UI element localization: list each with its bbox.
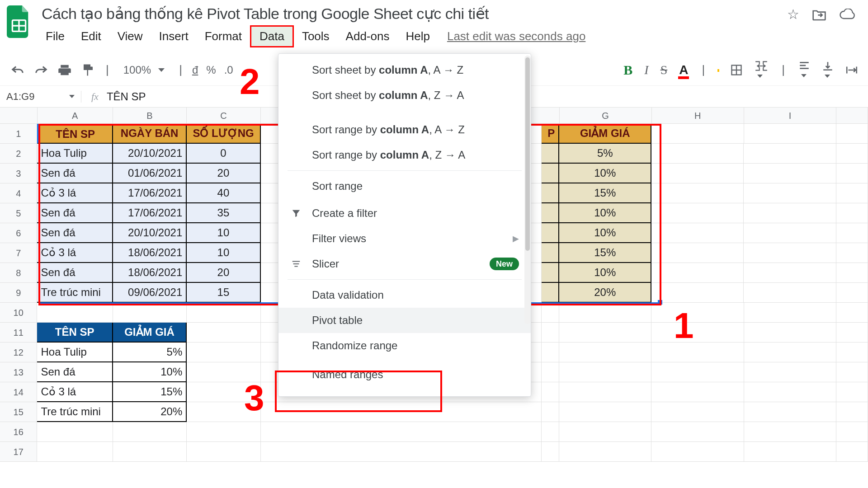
cell[interactable] xyxy=(559,323,651,343)
cell[interactable]: 15 xyxy=(187,283,260,303)
cell[interactable] xyxy=(559,343,651,362)
cell[interactable] xyxy=(651,263,744,283)
cell[interactable]: 15% xyxy=(559,243,651,263)
cell[interactable] xyxy=(836,144,868,164)
row-header[interactable]: 9 xyxy=(0,283,37,303)
menu-insert[interactable]: Insert xyxy=(151,27,197,46)
row-header[interactable]: 14 xyxy=(0,382,37,402)
cell[interactable]: 20 xyxy=(187,164,260,183)
menu-addons[interactable]: Add-ons xyxy=(338,27,398,46)
cell[interactable]: 5% xyxy=(559,144,651,164)
col-header-B[interactable]: B xyxy=(113,108,187,124)
cell[interactable] xyxy=(37,422,113,442)
cell[interactable] xyxy=(836,183,868,203)
cell[interactable] xyxy=(651,144,744,164)
cell[interactable]: 40 xyxy=(187,183,260,203)
col-header-I[interactable]: I xyxy=(744,108,836,124)
row-header[interactable]: 2 xyxy=(0,144,37,164)
cell[interactable] xyxy=(744,442,836,462)
cell[interactable] xyxy=(744,303,836,323)
cell[interactable]: 10 xyxy=(187,243,260,263)
italic-button[interactable]: I xyxy=(644,63,648,77)
cell[interactable] xyxy=(651,303,744,323)
cell[interactable] xyxy=(187,303,260,323)
paint-format-icon[interactable] xyxy=(80,62,96,78)
currency-button[interactable]: đ xyxy=(192,64,198,76)
cell[interactable]: 20% xyxy=(113,402,187,422)
cell[interactable]: SỐ LƯỢNG xyxy=(187,124,260,144)
cell[interactable]: 17/06/2021 xyxy=(113,183,187,203)
cell[interactable]: Sen đá xyxy=(37,362,113,382)
mi-sort-range[interactable]: Sort range xyxy=(278,174,531,199)
cell[interactable] xyxy=(651,223,744,243)
mi-randomize-range[interactable]: Randomize range xyxy=(278,333,531,358)
cell[interactable]: Tre trúc mini xyxy=(37,283,113,303)
cell[interactable] xyxy=(836,243,868,263)
decrease-decimal-button[interactable]: .0 xyxy=(224,64,233,76)
cell[interactable] xyxy=(744,343,836,362)
cell[interactable]: Tre trúc mini xyxy=(37,402,113,422)
cell[interactable] xyxy=(836,283,868,303)
document-title[interactable]: Cách tạo bảng thống kê Pivot Table trong… xyxy=(42,5,787,23)
cell[interactable] xyxy=(542,343,559,362)
col-header-A[interactable]: A xyxy=(38,108,113,124)
row-header[interactable]: 15 xyxy=(0,402,37,422)
cell[interactable] xyxy=(836,164,868,183)
cell[interactable]: 09/06/2021 xyxy=(113,283,187,303)
menu-format[interactable]: Format xyxy=(197,27,250,46)
cell[interactable]: 10% xyxy=(559,203,651,223)
cell[interactable] xyxy=(542,382,559,402)
cell[interactable] xyxy=(187,323,260,343)
vertical-align-button[interactable] xyxy=(822,61,834,80)
cell[interactable] xyxy=(651,243,744,263)
cell[interactable]: TÊN SP xyxy=(37,124,113,144)
cell[interactable] xyxy=(836,203,868,223)
mi-create-filter[interactable]: Create a filter xyxy=(278,201,531,226)
cell[interactable]: 10 xyxy=(187,223,260,243)
cell[interactable] xyxy=(651,323,744,343)
cell[interactable] xyxy=(651,343,744,362)
redo-icon[interactable] xyxy=(33,62,49,78)
cell[interactable] xyxy=(651,183,744,203)
menu-edit[interactable]: Edit xyxy=(73,27,109,46)
cell[interactable] xyxy=(187,422,260,442)
cell[interactable] xyxy=(559,362,651,382)
cell[interactable] xyxy=(744,203,836,223)
cell[interactable]: 20/10/2021 xyxy=(113,223,187,243)
cell[interactable] xyxy=(651,382,744,402)
cell[interactable] xyxy=(187,343,260,362)
cell[interactable]: Hoa Tulip xyxy=(37,144,113,164)
mi-sort-sheet-az[interactable]: Sort sheet by column A, A → Z xyxy=(278,57,531,83)
cell[interactable] xyxy=(542,263,559,283)
cell[interactable] xyxy=(651,283,744,303)
cell[interactable] xyxy=(744,402,836,422)
cell[interactable] xyxy=(836,303,868,323)
cell[interactable] xyxy=(836,442,868,462)
cell[interactable] xyxy=(559,402,651,422)
row-header[interactable]: 13 xyxy=(0,362,37,382)
menu-tools[interactable]: Tools xyxy=(294,27,338,46)
cell[interactable]: 10% xyxy=(559,164,651,183)
row-header[interactable]: 16 xyxy=(0,422,37,442)
menu-file[interactable]: File xyxy=(38,27,73,46)
cell[interactable] xyxy=(542,243,559,263)
cell[interactable] xyxy=(744,164,836,183)
text-wrap-button[interactable] xyxy=(845,65,858,75)
cell[interactable] xyxy=(542,223,559,243)
mi-filter-views[interactable]: Filter views▶ xyxy=(278,226,531,251)
cell[interactable]: 15% xyxy=(113,382,187,402)
cell[interactable] xyxy=(651,124,744,144)
borders-button[interactable] xyxy=(730,64,743,76)
row-header[interactable]: 17 xyxy=(0,442,37,462)
cell[interactable] xyxy=(836,402,868,422)
cell[interactable]: 0 xyxy=(187,144,260,164)
cell[interactable]: 10% xyxy=(559,263,651,283)
cell[interactable]: 17/06/2021 xyxy=(113,203,187,223)
mi-pivot-table[interactable]: Pivot table xyxy=(278,308,531,333)
bold-button[interactable]: B xyxy=(623,62,632,78)
cell[interactable] xyxy=(836,362,868,382)
merge-cells-button[interactable] xyxy=(755,61,768,80)
star-icon[interactable]: ☆ xyxy=(787,6,799,22)
cell[interactable] xyxy=(261,442,542,462)
print-icon[interactable] xyxy=(57,62,72,78)
